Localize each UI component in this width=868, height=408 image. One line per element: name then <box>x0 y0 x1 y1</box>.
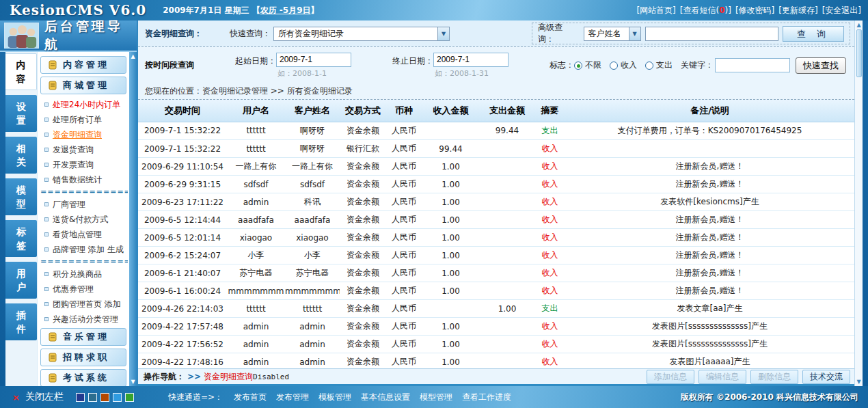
column-header[interactable]: 客户姓名 <box>285 100 340 122</box>
flag-radio-group: 不限收入支出 <box>574 59 678 71</box>
sidebar-tab-用户[interactable]: 用户 <box>5 262 37 299</box>
cell-customer: 苏宁电器 <box>285 264 340 282</box>
quick-link[interactable]: 模型管理 <box>420 392 452 403</box>
column-header[interactable]: 摘要 <box>534 100 565 122</box>
menu-item[interactable]: 发退货查询 <box>40 142 128 157</box>
sidebar-scrollbar[interactable]: ▲ ▼ <box>129 52 137 386</box>
menu-item[interactable]: 处理所有订单 <box>40 112 128 127</box>
menu-item[interactable]: 团购管理首页 添加 <box>40 297 128 312</box>
sidebar-tab-模型[interactable]: 模型 <box>5 178 37 215</box>
menu-group-button[interactable]: 音乐管理 <box>40 328 126 346</box>
scroll-down-icon[interactable]: ▼ <box>131 379 135 385</box>
radio-收入[interactable] <box>610 62 618 70</box>
menu-item-label: 送货&付款方式 <box>53 214 108 226</box>
table-row[interactable]: 2009-7-1 15:32:22tttttt啊呀呀资金余额人民币99.44支出… <box>138 122 854 140</box>
message-count: 0 <box>719 5 724 15</box>
sidebar-tab-标签[interactable]: 标签 <box>5 220 37 257</box>
query-button[interactable]: 查 询 <box>783 26 844 42</box>
ops-location[interactable]: 资金明细查询 <box>204 371 253 383</box>
menu-group-button[interactable]: 商城管理 <box>40 77 126 94</box>
content-scrollbar[interactable]: ▲ ▼ <box>854 21 863 386</box>
sidebar-tab-设置[interactable]: 设置 <box>5 95 37 132</box>
menu-group-button[interactable]: 内容管理 <box>40 56 126 74</box>
scroll-up-icon[interactable]: ▲ <box>856 22 860 28</box>
table-row[interactable]: 2009-6-5 12:01:14xiaogaoxiaogao资金余额人民币1.… <box>138 229 854 247</box>
close-sidebar-link[interactable]: 关闭左栏 <box>25 391 64 403</box>
quick-link[interactable]: 查看工作进度 <box>462 392 511 403</box>
menu-group-button[interactable]: 招聘求职 <box>40 349 126 366</box>
header-link[interactable]: [安全退出] <box>822 5 861 16</box>
table-row[interactable]: 2009-7-1 15:32:22tttttt啊呀呀银行汇款人民币99.44收入 <box>138 140 854 158</box>
start-date-input[interactable] <box>276 53 351 67</box>
quick-query-select[interactable]: 所有资金明细记录 ▼ <box>273 27 450 41</box>
menu-item[interactable]: 处理24小时内订单 <box>40 97 128 112</box>
column-header[interactable]: 交易时间 <box>138 100 227 122</box>
table-row[interactable]: 2009-4-22 17:48:16adminadmin资金余额人民币1.00收… <box>138 353 854 369</box>
theme-square[interactable] <box>76 393 85 402</box>
table-row[interactable]: 2009-6-1 16:00:24mmmmmmmmmmmmmm资金余额人民币1.… <box>138 282 854 300</box>
quick-link[interactable]: 发布管理 <box>276 392 309 403</box>
radio-不限[interactable] <box>574 62 582 70</box>
header-link[interactable]: [更新缓存] <box>778 5 817 16</box>
quick-link[interactable]: 发布首页 <box>234 392 267 403</box>
table-row[interactable]: 2009-6-29 9:31:15sdfsdfsdfsdf资金余额人民币1.00… <box>138 176 854 193</box>
column-header[interactable]: 支出金额 <box>480 100 534 122</box>
theme-square[interactable] <box>113 393 122 402</box>
table-row[interactable]: 2009-4-22 17:56:52adminadmin资金余额人民币1.00收… <box>138 336 854 353</box>
sidebar-tab-内容[interactable]: 内容 <box>5 53 37 90</box>
close-icon[interactable]: × <box>12 392 20 403</box>
tab-char: 型 <box>16 199 26 208</box>
right-edge-strip <box>863 21 868 386</box>
table-row[interactable]: 2009-6-23 17:11:22admin科讯资金余额人民币1.00收入发表… <box>138 193 854 211</box>
quick-find-button[interactable]: 快速查找 <box>796 57 846 74</box>
menu-item[interactable]: 开发票查询 <box>40 157 128 172</box>
cell-customer: 啊呀呀 <box>285 122 340 140</box>
menu-item[interactable]: 资金明细查询 <box>40 127 128 142</box>
radio-支出[interactable] <box>645 62 653 70</box>
table-row[interactable]: 2009-6-5 12:14:44aaadfafaaaadfafa资金余额人民币… <box>138 211 854 229</box>
menu-item[interactable]: 销售数据统计 <box>40 172 128 187</box>
sidebar-tab-插件[interactable]: 插件 <box>5 303 37 340</box>
table-row[interactable]: 2009-6-1 21:40:07苏宁电器苏宁电器资金余额人民币1.00收入注册… <box>138 264 854 282</box>
lunar-date-link[interactable]: 农历 -5月9日 <box>260 5 311 15</box>
cell-user: tttttt <box>227 300 285 318</box>
menu-item[interactable]: 看货地点管理 <box>40 227 128 242</box>
menu-item[interactable]: 厂商管理 <box>40 197 128 212</box>
header-link[interactable]: [网站首页] <box>636 5 675 16</box>
menu-item[interactable]: 积分兑换商品 <box>40 267 128 282</box>
ops-button-技术交流[interactable]: 技术交流 <box>802 370 850 384</box>
table-row[interactable]: 2009-4-26 22:14:03tttttttttttt资金余额人民币1.0… <box>138 300 854 318</box>
column-header[interactable]: 交易方式 <box>340 100 386 122</box>
theme-square[interactable] <box>88 393 97 402</box>
header-link[interactable]: [查看短信(0)] <box>680 5 731 16</box>
theme-square[interactable] <box>100 393 109 402</box>
menu-group-button[interactable]: 考试系统 <box>40 369 126 386</box>
end-date-input[interactable] <box>433 53 508 67</box>
quick-link[interactable]: 模板管理 <box>318 392 351 403</box>
column-header[interactable]: 收入金额 <box>422 100 480 122</box>
quick-link[interactable]: 基本信息设置 <box>361 392 410 403</box>
table-row[interactable]: 2009-6-2 15:24:07小李小李资金余额人民币1.00收入注册新会员,… <box>138 247 854 264</box>
column-header[interactable]: 用户名 <box>227 100 285 122</box>
advanced-query-input[interactable] <box>645 27 779 41</box>
cell-currency: 人民币 <box>386 264 422 282</box>
memo-icon <box>48 332 57 342</box>
scrollbar-thumb[interactable] <box>856 29 862 77</box>
scroll-up-icon[interactable]: ▲ <box>131 53 135 59</box>
menu-item[interactable]: 品牌管理 添加 生成 <box>40 242 128 257</box>
scroll-down-icon[interactable]: ▼ <box>856 379 860 385</box>
keyword-input[interactable] <box>715 58 790 72</box>
header-link[interactable]: [修改密码] <box>735 5 774 16</box>
table-row[interactable]: 2009-4-22 17:57:48adminadmin资金余额人民币1.00收… <box>138 318 854 336</box>
sidebar-tab-相关[interactable]: 相关 <box>5 137 37 174</box>
menu-item[interactable]: 送货&付款方式 <box>40 212 128 227</box>
advanced-field-select[interactable]: 客户姓名 ▼ <box>584 27 641 41</box>
column-header[interactable]: 备注/说明 <box>565 100 854 122</box>
menu-item[interactable]: 优惠券管理 <box>40 282 128 297</box>
column-header[interactable]: 币种 <box>386 100 422 122</box>
table-row[interactable]: 2009-6-29 11:10:54一路上有你一路上有你资金余额人民币1.00收… <box>138 158 854 176</box>
cell-flag: 收入 <box>534 176 565 193</box>
theme-square[interactable] <box>125 393 134 402</box>
menu-item[interactable]: 兴趣活动分类管理 <box>40 312 128 327</box>
cell-note: 发表图片[aaaaa]产生 <box>565 353 854 369</box>
